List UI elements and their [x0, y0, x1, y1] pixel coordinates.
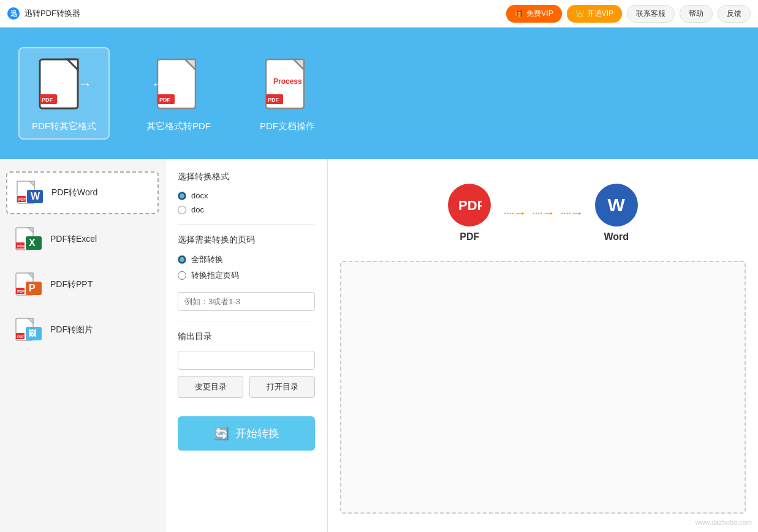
tab-pdf-to-other-label: PDF转其它格式 [32, 121, 96, 132]
refresh-icon: 🔄 [214, 426, 229, 441]
tab-pdf-ops-label: PDF文档操作 [260, 121, 315, 132]
pdf-to-excel-icon: PDF X [15, 225, 43, 253]
pdf-to-image-icon: PDF 🖼 [15, 316, 43, 344]
sidebar: PDF W PDF转Word PDF X PDF转Excel [0, 159, 165, 532]
pdf-to-word-icon: PDF W [16, 179, 44, 207]
format-docx-option[interactable]: docx [178, 191, 315, 200]
dir-buttons: 变更目录 打开目录 [178, 376, 315, 398]
free-vip-button[interactable]: 🎁 免费VIP [506, 5, 561, 23]
word-diagram-icon: W Word [595, 184, 638, 242]
page-all-radio[interactable] [178, 255, 186, 264]
page-specific-radio[interactable] [178, 271, 186, 280]
sidebar-item-pdf-to-word[interactable]: PDF W PDF转Word [6, 171, 159, 214]
arrow-dots-1: ····→ [503, 205, 525, 221]
tab-pdf-to-other-icon: PDF → [37, 54, 92, 116]
page-range-input[interactable] [178, 292, 315, 311]
open-vip-button[interactable]: 👑 开通VIP [567, 5, 622, 23]
page-specific-label: 转换指定页码 [191, 270, 239, 281]
format-docx-radio[interactable] [178, 192, 186, 200]
page-specific-option[interactable]: 转换指定页码 [178, 270, 315, 281]
settings-panel: 选择转换格式 docx doc 选择需要转换的页码 全部转换 转换指定页码 [165, 159, 328, 532]
pdf-diagram-icon: PDF PDF [448, 184, 491, 242]
sidebar-item-pdf-to-excel-label: PDF转Excel [50, 234, 97, 245]
svg-text:PDF: PDF [17, 335, 25, 339]
svg-text:PDF: PDF [18, 198, 26, 201]
sidebar-item-pdf-to-image[interactable]: PDF 🖼 PDF转图片 [6, 310, 159, 350]
titlebar: 迅 迅转PDF转换器 🎁 免费VIP 👑 开通VIP 联系客服 帮助 反馈 [0, 0, 758, 28]
sidebar-item-pdf-to-ppt-label: PDF转PPT [50, 279, 93, 290]
page-radio-group: 全部转换 转换指定页码 [178, 254, 315, 281]
arrow-dots-3: ····→ [560, 205, 582, 221]
divider-2 [178, 321, 315, 321]
format-doc-radio[interactable] [178, 206, 186, 214]
feedback-button[interactable]: 反馈 [718, 5, 751, 23]
change-dir-button[interactable]: 变更目录 [178, 376, 243, 398]
sidebar-item-pdf-to-excel[interactable]: PDF X PDF转Excel [6, 219, 159, 260]
svg-text:PDF: PDF [268, 97, 279, 103]
pdf-diagram-label: PDF [460, 231, 479, 242]
svg-text:🖼: 🖼 [28, 329, 36, 338]
page-all-label: 全部转换 [191, 254, 223, 265]
vip-crown-icon: 👑 [575, 9, 585, 18]
arrow-dots-2: ····→ [532, 205, 554, 221]
svg-text:Process: Process [273, 77, 302, 86]
app-title: 迅转PDF转换器 [25, 8, 80, 19]
page-all-option[interactable]: 全部转换 [178, 254, 315, 265]
svg-text:PDF: PDF [159, 97, 171, 103]
titlebar-right: 🎁 免费VIP 👑 开通VIP 联系客服 帮助 反馈 [506, 5, 751, 23]
divider-1 [178, 224, 315, 225]
sidebar-item-pdf-to-image-label: PDF转图片 [50, 324, 93, 335]
free-vip-icon: 🎁 [515, 9, 524, 18]
customer-service-button[interactable]: 联系客服 [627, 5, 675, 23]
format-doc-label: doc [191, 205, 204, 214]
format-doc-option[interactable]: doc [178, 205, 315, 214]
word-circle: W [595, 184, 638, 227]
help-button[interactable]: 帮助 [680, 5, 713, 23]
drop-zone[interactable] [340, 261, 746, 514]
page-section-title: 选择需要转换的页码 [178, 234, 315, 245]
format-section-title: 选择转换格式 [178, 171, 315, 182]
format-docx-label: docx [191, 191, 208, 200]
output-dir-input[interactable] [178, 351, 315, 370]
main-content: PDF W PDF转Word PDF X PDF转Excel [0, 159, 758, 532]
word-diagram-label: Word [604, 231, 629, 242]
arrows-container: ····→ ····→ ····→ [503, 205, 582, 221]
conversion-diagram: PDF PDF ····→ ····→ ····→ W Word [340, 171, 746, 255]
preview-area: PDF PDF ····→ ····→ ····→ W Word [328, 159, 758, 532]
pdf-to-ppt-icon: PDF P [15, 271, 43, 299]
watermark: www.dazhubo.com [695, 519, 752, 526]
svg-text:PDF: PDF [17, 244, 25, 248]
tab-pdf-ops[interactable]: PDF Process PDF文档操作 [248, 48, 327, 138]
svg-text:PDF: PDF [458, 198, 482, 213]
svg-text:W: W [31, 191, 40, 201]
svg-text:X: X [29, 238, 36, 248]
tab-other-to-pdf[interactable]: PDF ← 其它格式转PDF [134, 48, 223, 138]
start-convert-button[interactable]: 🔄 开始转换 [178, 416, 315, 451]
titlebar-left: 迅 迅转PDF转换器 [7, 7, 80, 20]
svg-text:PDF: PDF [17, 290, 25, 293]
format-radio-group: docx doc [178, 191, 315, 214]
sidebar-item-pdf-to-word-label: PDF转Word [51, 187, 97, 198]
tab-pdf-to-other[interactable]: PDF → PDF转其它格式 [18, 47, 110, 140]
tab-pdf-ops-icon: PDF Process [260, 54, 315, 116]
pdf-circle: PDF [448, 184, 491, 227]
output-section-title: 输出目录 [178, 331, 315, 342]
svg-text:←: ← [151, 77, 165, 92]
tab-other-to-pdf-label: 其它格式转PDF [146, 121, 211, 132]
topnav: PDF → PDF转其它格式 PDF ← 其它格式转PDF [0, 28, 758, 159]
sidebar-item-pdf-to-ppt[interactable]: PDF P PDF转PPT [6, 264, 159, 305]
svg-text:→: → [78, 77, 92, 92]
app-logo-icon: 迅 [7, 7, 20, 20]
open-dir-button[interactable]: 打开目录 [249, 376, 315, 398]
tab-other-to-pdf-icon: PDF ← [151, 54, 207, 116]
svg-text:PDF: PDF [42, 97, 53, 103]
svg-text:P: P [29, 283, 36, 293]
